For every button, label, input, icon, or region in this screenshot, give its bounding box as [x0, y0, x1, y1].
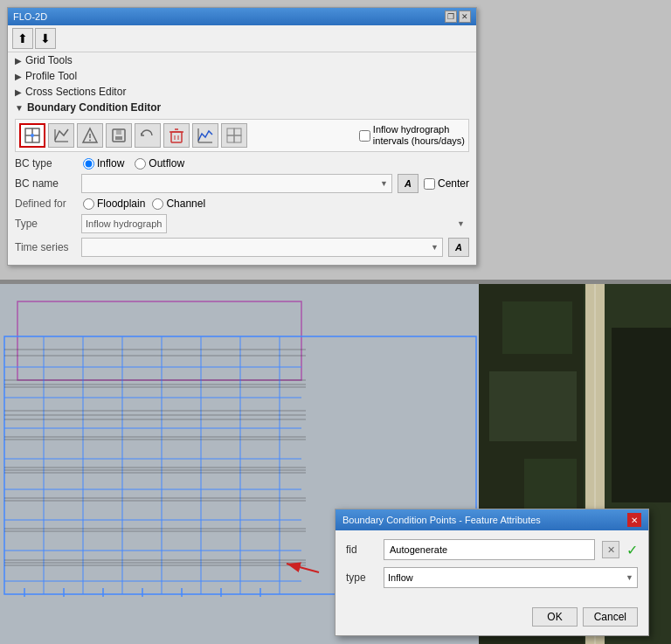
bc-name-select-wrapper — [81, 174, 392, 193]
bc-name-select[interactable] — [81, 174, 392, 193]
move-down-button[interactable]: ⬇ — [35, 28, 56, 49]
svg-rect-23 — [227, 135, 234, 142]
bc-name-font-button[interactable]: A — [398, 174, 419, 193]
dialog-buttons: OK Cancel — [336, 604, 648, 635]
tree-label-bc-editor: Boundary Condition Editor — [27, 101, 161, 114]
svg-rect-21 — [227, 128, 234, 135]
time-series-row: Time series A — [15, 238, 469, 257]
bc-icon-2 — [52, 127, 70, 144]
defined-for-label: Defined for — [15, 197, 76, 210]
time-series-label: Time series — [15, 241, 76, 253]
floodplain-label: Floodplain — [97, 197, 145, 210]
dialog-fid-input[interactable] — [384, 539, 595, 560]
svg-point-5 — [31, 134, 34, 137]
dialog-fid-confirm-icon[interactable]: ✓ — [626, 542, 638, 558]
bc-icon-5 — [139, 127, 156, 144]
bc-tool-btn-2[interactable] — [48, 123, 74, 148]
bc-type-row: BC type Inflow Outflow — [15, 157, 469, 170]
bc-tool-btn-7[interactable] — [192, 123, 218, 148]
bc-dialog: Boundary Condition Points - Feature Attr… — [335, 509, 649, 636]
bc-type-radio-group: Inflow Outflow — [83, 157, 184, 170]
time-series-select-wrapper — [81, 238, 443, 257]
svg-rect-14 — [171, 132, 182, 142]
tree-item-grid-tools[interactable]: ▶ Grid Tools — [8, 52, 476, 68]
tree-arrow-grid-tools: ▶ — [15, 56, 22, 66]
svg-rect-13 — [116, 130, 121, 135]
panel-map-separator — [0, 280, 671, 284]
tree-label-profile-tool: Profile Tool — [25, 70, 77, 82]
defined-for-row: Defined for Floodplain Channel — [15, 197, 469, 210]
inflow-checkbox[interactable] — [359, 130, 370, 142]
bc-type-label: BC type — [15, 157, 76, 170]
bc-tool-btn-8[interactable] — [221, 123, 247, 148]
outflow-radio-label: Outflow — [149, 157, 184, 170]
time-series-font-button[interactable]: A — [448, 238, 469, 257]
bc-tool-btn-1[interactable] — [19, 123, 45, 148]
panel-toolbar: ⬆ ⬇ — [8, 25, 476, 52]
center-check-area: Center — [424, 177, 469, 190]
tree-item-cross-sections[interactable]: ▶ Cross Sections Editor — [8, 84, 476, 100]
dialog-title-text: Boundary Condition Points - Feature Attr… — [342, 515, 541, 525]
dialog-type-select[interactable]: Inflow Outflow — [384, 567, 638, 588]
window-title: FLO-2D — [13, 11, 47, 22]
bc-icon-4 — [110, 127, 128, 144]
tree-item-bc-editor[interactable]: ▼ Boundary Condition Editor — [8, 100, 476, 115]
dialog-type-label: type — [346, 571, 377, 584]
bc-tool-btn-6[interactable] — [163, 123, 190, 148]
tree-label-cross-sections: Cross Sections Editor — [25, 86, 126, 98]
svg-rect-34 — [612, 328, 671, 502]
dialog-body: fid ✕ ✓ type Inflow Outflow — [336, 530, 648, 604]
title-bar: FLO-2D ❐ ✕ — [8, 8, 476, 25]
bc-icon-3 — [81, 127, 99, 144]
center-label: Center — [438, 177, 469, 190]
outflow-radio-item[interactable]: Outflow — [135, 157, 184, 170]
svg-rect-12 — [115, 136, 122, 140]
inflow-radio[interactable] — [83, 158, 94, 170]
channel-radio[interactable] — [152, 198, 163, 210]
dialog-title-bar: Boundary Condition Points - Feature Attr… — [336, 509, 648, 530]
bc-icon-1 — [24, 127, 41, 144]
bc-tool-btn-4[interactable] — [106, 123, 132, 148]
main-window: FLO-2D ❐ ✕ ⬆ ⬇ ▶ Grid Tools ▶ Profile To… — [7, 7, 477, 266]
tree-label-grid-tools: Grid Tools — [25, 54, 73, 66]
dialog-close-button[interactable]: ✕ — [627, 513, 641, 527]
tree-item-profile-tool[interactable]: ▶ Profile Tool — [8, 68, 476, 84]
channel-label: Channel — [166, 197, 205, 210]
close-button[interactable]: ✕ — [459, 10, 471, 23]
bc-icon-6 — [168, 127, 185, 144]
floodplain-radio[interactable] — [83, 198, 94, 210]
type-select-wrapper: Inflow hydrograph — [81, 214, 469, 233]
dialog-fid-clear-button[interactable]: ✕ — [602, 541, 619, 558]
restore-button[interactable]: ❐ — [445, 10, 457, 23]
type-select[interactable]: Inflow hydrograph — [81, 214, 167, 233]
dialog-cancel-button[interactable]: Cancel — [583, 607, 638, 627]
center-checkbox[interactable] — [424, 178, 435, 190]
channel-radio-item[interactable]: Channel — [152, 197, 205, 210]
dialog-fid-row: fid ✕ ✓ — [346, 539, 638, 560]
svg-rect-24 — [234, 135, 241, 142]
type-label: Type — [15, 218, 76, 230]
inflow-checkbox-label: Inflow hydrographintervals (hours/days) — [373, 124, 465, 147]
inflow-radio-label: Inflow — [97, 157, 124, 170]
type-row: Type Inflow hydrograph — [15, 214, 469, 233]
move-up-button[interactable]: ⬆ — [12, 28, 33, 49]
outflow-radio[interactable] — [135, 158, 146, 170]
bc-toolbar: Inflow hydrographintervals (hours/days) — [15, 119, 469, 152]
tree-arrow-bc-editor: ▼ — [15, 103, 24, 113]
dialog-fid-label: fid — [346, 544, 377, 556]
bc-icon-8 — [225, 127, 243, 144]
inflow-checkbox-area: Inflow hydrographintervals (hours/days) — [359, 124, 465, 147]
tree-arrow-cross-sections: ▶ — [15, 87, 22, 97]
bc-icon-7 — [197, 127, 214, 144]
time-series-select[interactable] — [81, 238, 443, 257]
bc-name-row: BC name A Center — [15, 174, 469, 193]
bc-editor-panel: Inflow hydrographintervals (hours/days) … — [8, 115, 476, 265]
dialog-ok-button[interactable]: OK — [532, 607, 577, 627]
bc-tool-btn-5[interactable] — [135, 123, 161, 148]
bc-name-label: BC name — [15, 177, 76, 190]
dialog-type-row: type Inflow Outflow — [346, 567, 638, 588]
bc-tool-btn-3[interactable] — [77, 123, 103, 148]
floodplain-radio-item[interactable]: Floodplain — [83, 197, 145, 210]
inflow-radio-item[interactable]: Inflow — [83, 157, 124, 170]
dialog-type-select-wrapper: Inflow Outflow — [384, 567, 638, 588]
